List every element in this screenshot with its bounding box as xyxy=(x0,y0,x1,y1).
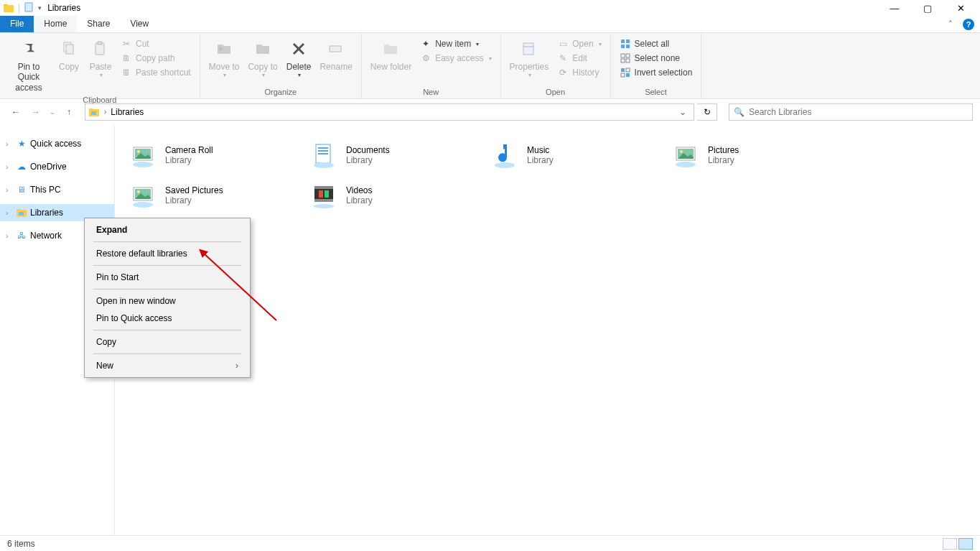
select-all-button[interactable]: Select all xyxy=(618,37,694,50)
recent-locations-button[interactable]: ⌄ xyxy=(47,103,57,121)
library-type: Library xyxy=(527,155,554,165)
ctx-restore-default-libraries[interactable]: Restore default libraries xyxy=(86,245,248,262)
properties-icon xyxy=(518,37,541,60)
expand-icon[interactable]: › xyxy=(6,232,13,240)
library-item[interactable]: Camera RollLibrary xyxy=(126,135,307,175)
svg-rect-27 xyxy=(318,150,328,152)
view-details-button[interactable] xyxy=(943,538,957,550)
ctx-expand[interactable]: Expand xyxy=(86,221,248,239)
back-button[interactable]: ← xyxy=(7,103,24,121)
easy-access-button: ⚙Easy access▾ xyxy=(419,52,493,65)
svg-rect-11 xyxy=(621,54,625,57)
libraries-icon xyxy=(16,207,27,218)
ctx-pin-to-start[interactable]: Pin to Start xyxy=(86,269,248,286)
ctx-new[interactable]: New› xyxy=(86,357,248,374)
address-chevron-icon[interactable]: › xyxy=(103,108,108,116)
search-placeholder: Search Libraries xyxy=(749,107,811,117)
copy-path-button: 🗎Copy path xyxy=(119,52,192,65)
svg-point-38 xyxy=(133,202,153,208)
group-new-label: New xyxy=(366,86,496,98)
ctx-label: Open in new window xyxy=(96,296,176,306)
library-name: Saved Pictures xyxy=(165,185,223,195)
new-folder-label: New folder xyxy=(370,62,411,72)
tree-quick-access[interactable]: ›★Quick access xyxy=(0,135,114,152)
tree-label: Libraries xyxy=(30,208,63,218)
tree-this-pc[interactable]: ›🖥This PC xyxy=(0,181,114,198)
qat-dropdown-icon[interactable]: ▾ xyxy=(38,4,42,11)
move-to-label: Move to xyxy=(209,62,240,72)
tab-share[interactable]: Share xyxy=(77,16,120,32)
maximize-button[interactable]: ▢ xyxy=(911,0,944,16)
svg-rect-42 xyxy=(319,190,323,198)
library-item[interactable]: Saved PicturesLibrary xyxy=(126,175,307,216)
tab-file[interactable]: File xyxy=(0,16,34,32)
rename-button: Rename xyxy=(315,36,356,73)
history-button: ⟳History xyxy=(556,66,602,79)
address-crumb[interactable]: Libraries xyxy=(108,107,146,117)
group-select: Select all Select none Invert selection … xyxy=(611,33,702,98)
copy-to-label: Copy to xyxy=(248,62,277,72)
invert-selection-button[interactable]: Invert selection xyxy=(618,66,694,79)
paste-shortcut-icon: 🗏 xyxy=(121,67,132,78)
ctx-pin-to-quick-access[interactable]: Pin to Quick access xyxy=(86,310,248,327)
new-folder-icon xyxy=(379,37,402,60)
title-bar: | ▾ Libraries — ▢ ✕ xyxy=(0,0,980,16)
paste-dropdown-icon: ▾ xyxy=(100,72,103,79)
context-menu: Expand Restore default libraries Pin to … xyxy=(84,218,251,378)
library-name: Pictures xyxy=(708,145,739,155)
collapse-ribbon-icon[interactable]: ˄ xyxy=(944,19,957,29)
library-item[interactable]: DocumentsLibrary xyxy=(307,135,488,175)
library-item[interactable]: PicturesLibrary xyxy=(669,135,850,175)
ribbon-tabs: File Home Share View ˄ ? xyxy=(0,16,980,33)
pin-to-quick-access-button[interactable]: Pin to Quick access xyxy=(4,36,53,94)
svg-rect-8 xyxy=(626,40,630,43)
refresh-button[interactable]: ↻ xyxy=(697,103,717,121)
open-button: ▭Open▾ xyxy=(556,37,602,50)
search-box[interactable]: 🔍 Search Libraries xyxy=(729,103,973,121)
library-item[interactable]: VideosLibrary xyxy=(307,175,488,216)
library-item[interactable]: MusicLibrary xyxy=(488,135,669,175)
copy-to-icon xyxy=(251,37,274,60)
library-type: Library xyxy=(346,155,390,165)
expand-icon[interactable]: › xyxy=(6,163,13,171)
qat-properties-icon[interactable] xyxy=(24,1,35,15)
tree-onedrive[interactable]: ›☁OneDrive xyxy=(0,158,114,175)
tab-home[interactable]: Home xyxy=(34,16,77,32)
copy-icon xyxy=(57,37,80,60)
edit-button: ✎Edit xyxy=(556,52,602,65)
ctx-open-in-new-window[interactable]: Open in new window xyxy=(86,292,248,310)
navigation-bar: ← → ⌄ ↑ › Libraries ⌄ ↻ 🔍 Search Librari… xyxy=(0,99,980,125)
view-tiles-button[interactable] xyxy=(958,538,973,550)
group-organize-label: Organize xyxy=(205,86,357,98)
close-button[interactable]: ✕ xyxy=(944,0,977,16)
minimize-button[interactable]: — xyxy=(878,0,911,16)
address-bar[interactable]: › Libraries ⌄ xyxy=(85,103,694,121)
new-item-button[interactable]: ✦New item▾ xyxy=(419,37,493,50)
svg-rect-12 xyxy=(626,54,630,57)
library-image-icon xyxy=(128,180,158,210)
expand-icon[interactable]: › xyxy=(6,186,13,194)
expand-icon[interactable]: › xyxy=(6,140,13,148)
ctx-copy[interactable]: Copy xyxy=(86,333,248,351)
address-dropdown-icon[interactable]: ⌄ xyxy=(675,107,691,117)
svg-point-34 xyxy=(676,162,696,167)
help-icon[interactable]: ? xyxy=(963,19,974,30)
invert-selection-label: Invert selection xyxy=(635,68,693,78)
tab-view[interactable]: View xyxy=(120,16,159,32)
easy-access-label: Easy access xyxy=(435,53,483,63)
open-label: Open xyxy=(572,39,593,49)
select-none-button[interactable]: Select none xyxy=(618,52,694,65)
expand-icon[interactable]: › xyxy=(6,209,13,217)
delete-button[interactable]: Delete▾ xyxy=(282,36,316,80)
svg-rect-9 xyxy=(621,45,625,48)
view-switcher xyxy=(943,538,973,550)
svg-point-33 xyxy=(680,150,683,153)
group-new: New folder ✦New item▾ ⚙Easy access▾ New xyxy=(362,33,501,98)
up-button[interactable]: ↑ xyxy=(60,103,78,121)
select-none-icon xyxy=(620,52,631,64)
library-image-icon xyxy=(671,140,701,170)
tree-label: Quick access xyxy=(30,139,81,149)
ctx-separator xyxy=(93,289,241,290)
ctx-label: Copy xyxy=(96,337,116,347)
ribbon: Pin to Quick access Copy Paste ▾ ✂Cut 🗎C… xyxy=(0,33,980,99)
